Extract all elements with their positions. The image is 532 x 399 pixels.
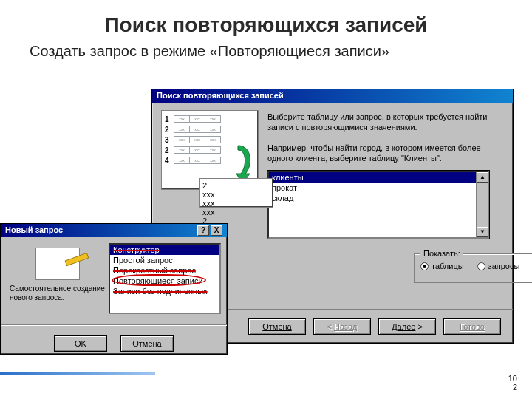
decorative-underline: [0, 372, 155, 375]
scroll-up-icon[interactable]: ▲: [477, 172, 488, 183]
query-type-option[interactable]: Повторяющиеся записи: [110, 276, 219, 286]
show-option[interactable]: запросы: [477, 262, 520, 270]
list-item[interactable]: прокат: [269, 183, 488, 193]
list-item[interactable]: склад: [269, 193, 488, 203]
query-type-option[interactable]: Конструктор: [110, 245, 219, 255]
dialog-cancel-button[interactable]: Отмена: [120, 335, 174, 352]
slide-title: Поиск повторяющихся записей: [0, 13, 532, 37]
new-query-dialog: Новый запрос X ? Самостоятельное создани…: [0, 223, 228, 355]
slide-subtitle: Создать запрос в режиме «Повторяющиеся з…: [30, 43, 532, 60]
next-button[interactable]: Далее >: [378, 318, 436, 335]
query-type-option[interactable]: Перекрестный запрос: [110, 265, 219, 276]
query-type-listbox[interactable]: КонструкторПростой запросПерекрестный за…: [109, 243, 221, 314]
scroll-down-icon[interactable]: ▼: [477, 227, 488, 237]
wizard-titlebar: Поиск повторяющихся записей: [152, 89, 513, 103]
query-type-option[interactable]: Простой запрос: [110, 255, 219, 265]
tables-listbox[interactable]: ▲ ▼ клиентыпрокатсклад: [267, 171, 489, 239]
scrollbar[interactable]: ▲ ▼: [476, 172, 488, 239]
slide-number: 10 2: [508, 374, 517, 392]
list-item[interactable]: клиенты: [269, 172, 488, 183]
dialog-title: Новый запрос: [5, 225, 63, 234]
cancel-button[interactable]: Отмена: [248, 318, 306, 335]
query-icon: [35, 248, 80, 280]
dialog-titlebar: Новый запрос X ?: [1, 224, 227, 237]
query-type-option[interactable]: Записи без подчиненных: [110, 286, 219, 296]
close-icon[interactable]: X: [211, 225, 222, 236]
finish-button[interactable]: Готово: [443, 318, 501, 335]
wizard-instruction-1: Выберите таблицу или запрос, в которых т…: [267, 112, 504, 132]
show-option[interactable]: таблицы: [420, 262, 464, 270]
show-legend: Показать:: [420, 249, 463, 258]
ok-button[interactable]: OK: [54, 335, 107, 352]
help-icon[interactable]: ?: [197, 225, 209, 236]
dialog-description: Самостоятельное создание нового запроса.: [10, 284, 106, 302]
wizard-instruction-2: Например, чтобы найти город, в котором и…: [267, 143, 504, 163]
back-button[interactable]: < Назад: [313, 318, 371, 335]
show-groupbox: Показать: таблицызапросытаблицы и запрос…: [414, 253, 532, 283]
